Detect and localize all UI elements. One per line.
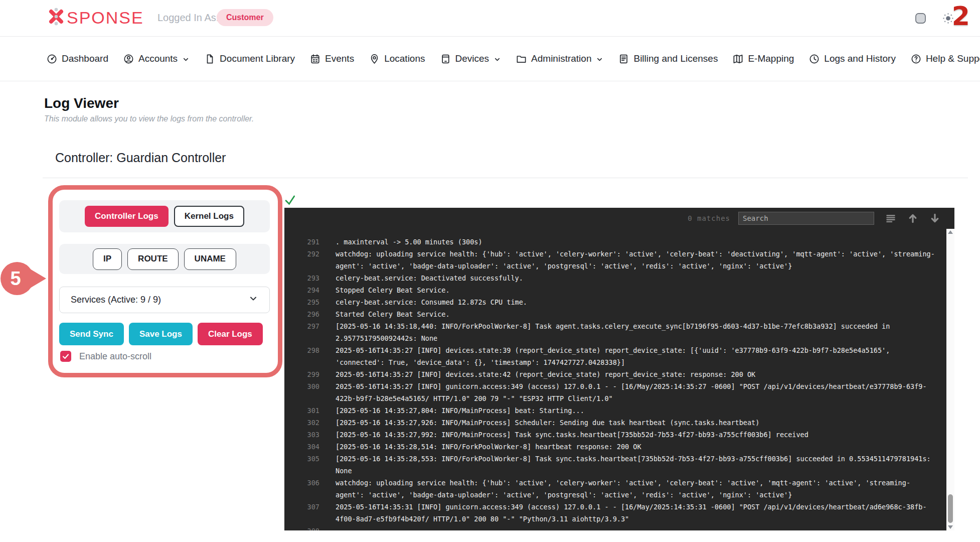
calendar-icon: [310, 54, 320, 64]
gauge-icon: [47, 54, 57, 64]
scrollbar-thumb[interactable]: [948, 494, 953, 523]
log-line-text: [2025-05-16 14:35:27,992: INFO/MainProce…: [336, 429, 937, 441]
chevron-down-icon: [182, 55, 190, 63]
role-badge: Customer: [217, 9, 273, 26]
nav-item-label: Document Library: [220, 53, 295, 64]
nav-item-document-library[interactable]: Document Library: [205, 53, 295, 64]
nav-item-logs-and-history[interactable]: Logs and History: [809, 53, 896, 64]
scrollbar-up-arrow[interactable]: [948, 230, 953, 234]
logged-in-as-label: Logged In As:: [157, 12, 219, 24]
log-line-303: 303[2025-05-16 14:35:27,992: INFO/MainPr…: [301, 429, 946, 441]
log-output-panel: 0 matches 291. maxinterval -> 5.00 minut…: [284, 208, 954, 530]
geo-pin-icon: [369, 54, 380, 64]
log-line-text: [2025-05-16 14:35:27,926: INFO/MainProce…: [336, 417, 937, 429]
clock-history-icon: [809, 54, 820, 64]
kernel-logs-button[interactable]: Kernel Logs: [174, 206, 244, 227]
nav-item-billing-and-licenses[interactable]: Billing and Licenses: [618, 53, 718, 64]
log-search-input[interactable]: [738, 212, 874, 225]
nav-item-events[interactable]: Events: [310, 53, 354, 64]
page-subtitle: This module allows you to view the logs …: [44, 114, 254, 123]
nav-item-e-mapping[interactable]: E-Mapping: [733, 53, 794, 64]
nav-item-devices[interactable]: Devices: [440, 53, 502, 64]
log-line-text: 2025-05-16T14:35:27 [INFO] devices.state…: [336, 368, 937, 380]
log-line-number: 291: [301, 236, 319, 248]
log-line-text: 2025-05-16T14:35:31 [INFO] gunicorn.acce…: [336, 501, 937, 525]
log-line-number: 305: [301, 453, 319, 477]
log-line-number: 301: [301, 404, 319, 417]
nav-item-label: E-Mapping: [748, 53, 794, 64]
log-line-number: 297: [301, 320, 319, 344]
map-icon: [733, 54, 743, 64]
log-line-304: 304[2025-05-16 14:35:28,514: INFO/ForkPo…: [301, 441, 946, 453]
nav-item-label: Administration: [531, 53, 591, 64]
scrollbar-down-arrow[interactable]: [948, 525, 953, 529]
services-dropdown-value: Services (Active: 9 / 9): [71, 295, 161, 305]
log-line-text: 2025-05-16T14:35:27 [INFO] gunicorn.acce…: [336, 380, 937, 404]
log-line-number: 298: [301, 344, 319, 368]
svg-text:5: 5: [10, 268, 21, 289]
log-line-text: celery-beat.service: Consumed 12.872s CP…: [336, 296, 937, 308]
log-line-298: 2982025-05-16T14:35:27 [INFO] devices.st…: [301, 344, 946, 368]
log-line-number: 296: [301, 308, 319, 320]
log-line-292: 292watchdog: uploading service health: {…: [301, 248, 946, 272]
log-line-305: 305[2025-05-16 14:35:28,553: INFO/ForkPo…: [301, 453, 946, 477]
ip-command-button[interactable]: IP: [93, 248, 122, 270]
clear-logs-button[interactable]: Clear Logs: [198, 323, 263, 345]
log-line-text: celery-beat.service: Deactivated success…: [336, 272, 937, 284]
action-button-row: Send SyncSave LogsClear Logs: [59, 323, 263, 345]
log-line-number: 294: [301, 284, 319, 296]
log-line-301: 301[2025-05-16 14:35:27,804: INFO/MainPr…: [301, 404, 946, 417]
log-line-number: 300: [301, 380, 319, 404]
log-line-307: 3072025-05-16T14:35:31 [INFO] gunicorn.a…: [301, 501, 946, 525]
log-line-number: 306: [301, 477, 319, 501]
wrap-lines-icon[interactable]: [885, 213, 896, 224]
nav-item-administration[interactable]: Administration: [516, 53, 603, 64]
route-command-button[interactable]: ROUTE: [127, 248, 179, 270]
nav-item-label: Help & Support: [926, 53, 980, 64]
nav-item-label: Locations: [384, 53, 425, 64]
log-viewer-page: SPONSE Logged In As: Customer: [0, 0, 980, 542]
log-line-number: 308: [301, 525, 319, 530]
log-line-293: 293celery-beat.service: Deactivated succ…: [301, 272, 946, 284]
receipt-icon: [618, 54, 629, 64]
log-scrollbar[interactable]: [946, 229, 954, 530]
save-logs-button[interactable]: Save Logs: [129, 323, 193, 345]
theme-square-icon[interactable]: [915, 13, 926, 26]
nav-item-label: Devices: [455, 53, 489, 64]
log-line-number: 292: [301, 248, 319, 272]
nav-item-dashboard[interactable]: Dashboard: [47, 53, 108, 64]
log-line-text: [2025-05-16 14:35:27,804: INFO/MainProce…: [336, 404, 937, 417]
page-title: Log Viewer: [44, 95, 119, 111]
search-prev-arrow-up-icon[interactable]: [907, 213, 918, 224]
log-line-number: 299: [301, 368, 319, 380]
chevron-down-icon: [596, 55, 603, 63]
brand-logo[interactable]: SPONSE: [47, 7, 144, 28]
chevron-down-icon: [248, 294, 258, 306]
log-line-306: 306watchdog: uploading service health: {…: [301, 477, 946, 501]
log-line-number: 304: [301, 441, 319, 453]
search-next-arrow-down-icon[interactable]: [929, 213, 940, 224]
nav-item-locations[interactable]: Locations: [369, 53, 425, 64]
log-line-text: [336, 525, 937, 530]
chevron-down-icon: [494, 55, 501, 63]
autoscroll-row: Enable auto-scroll: [60, 351, 151, 362]
controller-logs-button[interactable]: Controller Logs: [85, 206, 169, 227]
brand-x-icon: [47, 7, 66, 28]
nav-item-help-support[interactable]: Help & Support: [911, 53, 980, 64]
log-line-number: 293: [301, 272, 319, 284]
log-line-294: 294Stopped Celery Beat Service.: [301, 284, 946, 296]
log-line-291: 291. maxinterval -> 5.00 minutes (300s): [301, 236, 946, 248]
log-line-300: 3002025-05-16T14:35:27 [INFO] gunicorn.a…: [301, 380, 946, 404]
command-button-group: IPROUTEUNAME: [59, 244, 270, 274]
uname-command-button[interactable]: UNAME: [184, 248, 236, 270]
log-line-number: 302: [301, 417, 319, 429]
send-sync-button[interactable]: Send Sync: [59, 323, 124, 345]
nav-item-accounts[interactable]: Accounts: [123, 53, 190, 64]
log-line-text: 2025-05-16T14:35:27 [INFO] devices.state…: [336, 344, 937, 368]
device-icon: [440, 54, 451, 64]
file-icon: [205, 54, 215, 64]
check-icon: [62, 352, 70, 360]
services-dropdown[interactable]: Services (Active: 9 / 9): [59, 287, 270, 313]
autoscroll-checkbox[interactable]: [60, 351, 71, 362]
log-line-text: [2025-05-16 14:35:28,514: INFO/ForkPoolW…: [336, 441, 937, 453]
